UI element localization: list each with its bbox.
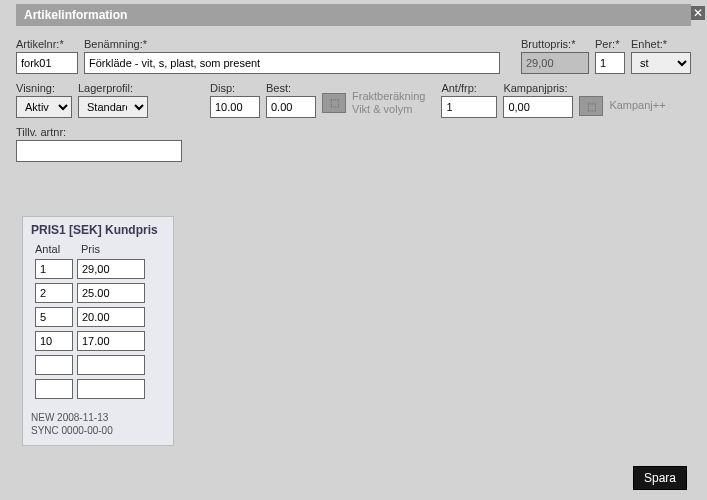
- kampanjpp-label: Kampanj++: [609, 99, 665, 112]
- table-row: [35, 379, 165, 399]
- campaign-icon: ⬚: [579, 96, 603, 116]
- kampanjpris-input[interactable]: [503, 96, 573, 118]
- tillv-input[interactable]: [16, 140, 182, 162]
- antfrp-input[interactable]: [441, 96, 497, 118]
- article-panel: Artikelinformation ✕ Artikelnr:* Benämni…: [16, 4, 691, 460]
- lagerprofil-label: Lagerprofil:: [78, 82, 148, 94]
- artikelnr-label: Artikelnr:*: [16, 38, 78, 50]
- price-matrix: PRIS1 [SEK] Kundpris Antal Pris: [22, 216, 174, 446]
- qty-input[interactable]: [35, 355, 73, 375]
- best-label: Best:: [266, 82, 316, 94]
- price-input[interactable]: [77, 307, 145, 327]
- price-input[interactable]: [77, 379, 145, 399]
- price-input[interactable]: [77, 259, 145, 279]
- enhet-label: Enhet:*: [631, 38, 691, 50]
- tillv-label: Tillv. artnr:: [16, 126, 182, 138]
- qty-input[interactable]: [35, 259, 73, 279]
- antfrp-label: Ant/frp:: [441, 82, 497, 94]
- kampanjpris-label: Kampanjpris:: [503, 82, 573, 94]
- visning-label: Visning:: [16, 82, 72, 94]
- per-label: Per:*: [595, 38, 625, 50]
- artikelnr-input[interactable]: [16, 52, 78, 74]
- benamning-label: Benämning:*: [84, 38, 515, 50]
- best-input[interactable]: [266, 96, 316, 118]
- table-row: [35, 355, 165, 375]
- frakt-block[interactable]: ⬚ Fraktberäkning Vikt & volym: [322, 90, 425, 118]
- disp-input[interactable]: [210, 96, 260, 118]
- qty-input[interactable]: [35, 379, 73, 399]
- price-input[interactable]: [77, 331, 145, 351]
- col-pris: Pris: [81, 243, 100, 255]
- bruttopris-label: Bruttopris:*: [521, 38, 589, 50]
- price-matrix-title: PRIS1 [SEK] Kundpris: [31, 223, 165, 237]
- qty-input[interactable]: [35, 307, 73, 327]
- price-input[interactable]: [77, 355, 145, 375]
- sync-sync: SYNC 0000-00-00: [31, 424, 165, 437]
- table-row: [35, 331, 165, 351]
- frakt-line2: Vikt & volym: [352, 103, 425, 116]
- frakt-line1: Fraktberäkning: [352, 90, 425, 103]
- panel-title: Artikelinformation: [16, 4, 691, 26]
- price-input[interactable]: [77, 283, 145, 303]
- table-row: [35, 283, 165, 303]
- lagerprofil-select[interactable]: Standard: [78, 96, 148, 118]
- col-antal: Antal: [35, 243, 77, 255]
- enhet-select[interactable]: st: [631, 52, 691, 74]
- benamning-input[interactable]: [84, 52, 500, 74]
- table-row: [35, 259, 165, 279]
- bruttopris-input: [521, 52, 589, 74]
- per-input[interactable]: [595, 52, 625, 74]
- table-row: [35, 307, 165, 327]
- qty-input[interactable]: [35, 283, 73, 303]
- save-button[interactable]: Spara: [633, 466, 687, 490]
- close-icon[interactable]: ✕: [691, 6, 705, 20]
- qty-input[interactable]: [35, 331, 73, 351]
- visning-select[interactable]: Aktiv: [16, 96, 72, 118]
- disp-label: Disp:: [210, 82, 260, 94]
- package-icon: ⬚: [322, 93, 346, 113]
- kampanj-block[interactable]: ⬚ Kampanj++: [579, 96, 665, 118]
- sync-new: NEW 2008-11-13: [31, 411, 165, 424]
